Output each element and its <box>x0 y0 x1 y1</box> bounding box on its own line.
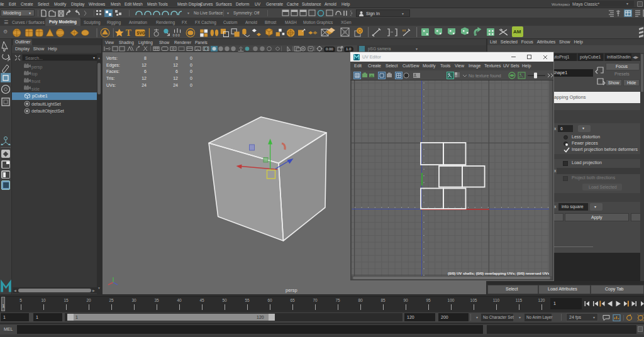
svg-text:0 0 0: 0 0 0 <box>173 34 180 37</box>
svg-text:persp: persp <box>31 65 43 70</box>
svg-text:T: T <box>126 28 131 38</box>
svg-text:front: front <box>31 79 40 84</box>
svg-text:defaultObjectSet: defaultObjectSet <box>31 109 64 114</box>
svg-text:No texture found: No texture found <box>469 74 501 78</box>
svg-text:side: side <box>31 87 40 91</box>
svg-text:top: top <box>31 72 38 77</box>
svg-text:persp: persp <box>286 287 297 293</box>
svg-text:SVG: SVG <box>136 30 145 35</box>
svg-text:defaultLightSet: defaultLightSet <box>31 101 61 106</box>
